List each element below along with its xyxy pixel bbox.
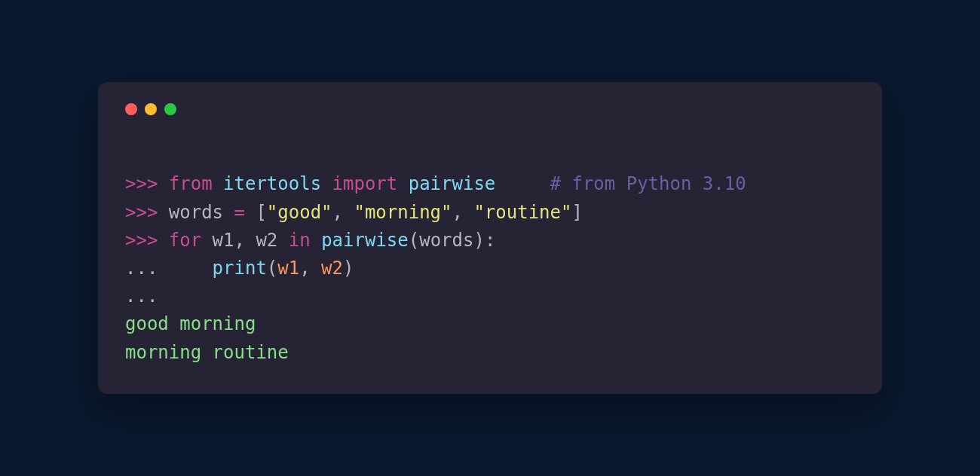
- bracket-close: ]: [571, 202, 582, 223]
- terminal-window: >>> from itertools import pairwise # fro…: [98, 82, 882, 394]
- argument: w2: [321, 258, 343, 279]
- variable: w2: [256, 230, 277, 251]
- close-icon[interactable]: [125, 103, 137, 115]
- code-block: >>> from itertools import pairwise # fro…: [125, 142, 855, 367]
- space: [311, 230, 321, 251]
- space: [495, 173, 550, 194]
- comment: # from Python 3.10: [550, 173, 746, 194]
- module-name: itertools: [223, 173, 321, 194]
- minimize-icon[interactable]: [145, 103, 157, 115]
- space: [213, 173, 223, 194]
- repl-prompt: >>>: [125, 230, 169, 251]
- variable: words: [169, 202, 223, 223]
- comma: ,: [452, 202, 474, 223]
- space: [397, 173, 408, 194]
- space: [277, 230, 288, 251]
- window-titlebar: [125, 103, 855, 115]
- comma: ,: [234, 230, 256, 251]
- space: [321, 173, 332, 194]
- argument: w1: [277, 258, 299, 279]
- string-literal: "good": [267, 202, 332, 223]
- function-call: pairwise: [321, 230, 409, 251]
- paren-close: ):: [473, 230, 495, 251]
- keyword-in: in: [289, 230, 311, 251]
- repl-prompt: >>>: [125, 202, 169, 223]
- keyword-from: from: [169, 173, 213, 194]
- argument: words: [419, 230, 473, 251]
- repl-prompt: >>>: [125, 173, 169, 194]
- repl-continuation: ...: [125, 285, 158, 307]
- operator-equals: =: [223, 202, 256, 223]
- repl-continuation: ...: [125, 258, 169, 279]
- variable: w1: [213, 230, 234, 251]
- comma: ,: [299, 258, 321, 279]
- space: [201, 230, 212, 251]
- bracket-open: [: [256, 202, 266, 223]
- comma: ,: [332, 202, 354, 223]
- function-call: print: [213, 258, 267, 279]
- output-line: morning routine: [125, 342, 289, 363]
- keyword-import: import: [332, 173, 398, 194]
- indent: [169, 258, 213, 279]
- paren-open: (: [409, 230, 419, 251]
- output-line: good morning: [125, 313, 256, 334]
- keyword-for: for: [169, 230, 201, 251]
- maximize-icon[interactable]: [164, 103, 176, 115]
- import-target: pairwise: [409, 173, 496, 194]
- paren-close: ): [343, 258, 354, 279]
- paren-open: (: [267, 258, 277, 279]
- string-literal: "morning": [354, 202, 452, 223]
- string-literal: "routine": [473, 202, 571, 223]
